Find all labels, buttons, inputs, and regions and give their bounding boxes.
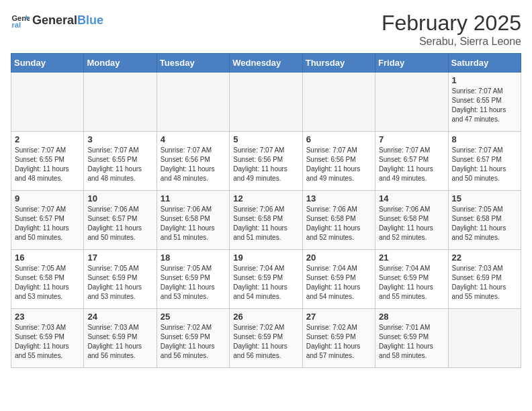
day-info: Sunrise: 7:06 AM Sunset: 6:58 PM Dayligh… (161, 205, 226, 242)
location-subtitle: Serabu, Sierra Leone (382, 36, 521, 48)
calendar-table: SundayMondayTuesdayWednesdayThursdayFrid… (11, 53, 521, 368)
day-info: Sunrise: 7:02 AM Sunset: 6:59 PM Dayligh… (161, 323, 226, 361)
day-info: Sunrise: 7:07 AM Sunset: 6:55 PM Dayligh… (87, 146, 152, 183)
logo-general: General (32, 13, 77, 28)
day-info: Sunrise: 7:07 AM Sunset: 6:56 PM Dayligh… (233, 146, 298, 183)
day-number: 3 (87, 134, 152, 144)
calendar-cell: 6Sunrise: 7:07 AM Sunset: 6:56 PM Daylig… (302, 132, 375, 191)
day-info: Sunrise: 7:07 AM Sunset: 6:57 PM Dayligh… (379, 146, 444, 183)
calendar-cell: 24Sunrise: 7:03 AM Sunset: 6:59 PM Dayli… (84, 309, 157, 368)
day-number: 8 (452, 134, 517, 144)
day-number: 1 (452, 75, 517, 85)
day-number: 28 (379, 312, 444, 322)
day-info: Sunrise: 7:02 AM Sunset: 6:59 PM Dayligh… (233, 323, 298, 361)
day-info: Sunrise: 7:04 AM Sunset: 6:59 PM Dayligh… (379, 264, 444, 302)
column-header-sunday: Sunday (11, 54, 84, 73)
calendar-cell (375, 73, 448, 132)
day-info: Sunrise: 7:03 AM Sunset: 6:59 PM Dayligh… (87, 323, 152, 361)
logo-icon: Gene ral (11, 11, 30, 30)
day-info: Sunrise: 7:07 AM Sunset: 6:57 PM Dayligh… (15, 205, 80, 242)
calendar-cell: 26Sunrise: 7:02 AM Sunset: 6:59 PM Dayli… (230, 309, 302, 368)
day-info: Sunrise: 7:07 AM Sunset: 6:55 PM Dayligh… (15, 146, 80, 183)
day-number: 19 (233, 253, 298, 263)
day-number: 21 (379, 253, 444, 263)
day-info: Sunrise: 7:07 AM Sunset: 6:56 PM Dayligh… (306, 146, 371, 183)
day-number: 9 (15, 193, 80, 203)
month-year-title: February 2025 (382, 11, 521, 36)
day-info: Sunrise: 7:03 AM Sunset: 6:59 PM Dayligh… (15, 323, 80, 361)
calendar-cell: 7Sunrise: 7:07 AM Sunset: 6:57 PM Daylig… (375, 132, 448, 191)
day-number: 27 (306, 312, 371, 322)
column-header-thursday: Thursday (302, 54, 375, 73)
day-info: Sunrise: 7:06 AM Sunset: 6:58 PM Dayligh… (306, 205, 371, 242)
day-number: 14 (379, 193, 444, 203)
day-number: 22 (452, 253, 517, 263)
calendar-cell: 10Sunrise: 7:06 AM Sunset: 6:57 PM Dayli… (84, 191, 157, 250)
calendar-cell: 2Sunrise: 7:07 AM Sunset: 6:55 PM Daylig… (11, 132, 84, 191)
day-number: 17 (87, 253, 152, 263)
day-number: 20 (306, 253, 371, 263)
day-info: Sunrise: 7:06 AM Sunset: 6:58 PM Dayligh… (379, 205, 444, 242)
calendar-cell: 25Sunrise: 7:02 AM Sunset: 6:59 PM Dayli… (157, 309, 229, 368)
calendar-cell: 11Sunrise: 7:06 AM Sunset: 6:58 PM Dayli… (157, 191, 229, 250)
day-number: 23 (15, 312, 80, 322)
calendar-cell: 3Sunrise: 7:07 AM Sunset: 6:55 PM Daylig… (84, 132, 157, 191)
day-info: Sunrise: 7:06 AM Sunset: 6:57 PM Dayligh… (87, 205, 152, 242)
logo: Gene ral GeneralBlue (11, 11, 103, 30)
calendar-cell: 1Sunrise: 7:07 AM Sunset: 6:55 PM Daylig… (448, 73, 521, 132)
calendar-cell (302, 73, 375, 132)
calendar-week-row: 16Sunrise: 7:05 AM Sunset: 6:58 PM Dayli… (11, 250, 521, 309)
calendar-cell: 27Sunrise: 7:02 AM Sunset: 6:59 PM Dayli… (302, 309, 375, 368)
day-number: 5 (233, 134, 298, 144)
calendar-cell: 4Sunrise: 7:07 AM Sunset: 6:56 PM Daylig… (157, 132, 229, 191)
logo-blue: Blue (77, 13, 103, 28)
day-info: Sunrise: 7:07 AM Sunset: 6:56 PM Dayligh… (161, 146, 226, 183)
day-info: Sunrise: 7:05 AM Sunset: 6:59 PM Dayligh… (161, 264, 226, 302)
logo-text: GeneralBlue (32, 13, 103, 28)
calendar-week-row: 23Sunrise: 7:03 AM Sunset: 6:59 PM Dayli… (11, 309, 521, 368)
day-info: Sunrise: 7:04 AM Sunset: 6:59 PM Dayligh… (233, 264, 298, 302)
calendar-cell: 8Sunrise: 7:07 AM Sunset: 6:57 PM Daylig… (448, 132, 521, 191)
column-header-friday: Friday (375, 54, 448, 73)
column-header-wednesday: Wednesday (230, 54, 302, 73)
day-info: Sunrise: 7:05 AM Sunset: 6:58 PM Dayligh… (15, 264, 80, 302)
calendar-cell: 15Sunrise: 7:05 AM Sunset: 6:58 PM Dayli… (448, 191, 521, 250)
day-info: Sunrise: 7:04 AM Sunset: 6:59 PM Dayligh… (306, 264, 371, 302)
calendar-cell: 14Sunrise: 7:06 AM Sunset: 6:58 PM Dayli… (375, 191, 448, 250)
calendar-cell: 16Sunrise: 7:05 AM Sunset: 6:58 PM Dayli… (11, 250, 84, 309)
calendar-cell (448, 309, 521, 368)
day-number: 10 (87, 193, 152, 203)
calendar-cell: 5Sunrise: 7:07 AM Sunset: 6:56 PM Daylig… (230, 132, 302, 191)
calendar-week-row: 2Sunrise: 7:07 AM Sunset: 6:55 PM Daylig… (11, 132, 521, 191)
day-info: Sunrise: 7:06 AM Sunset: 6:58 PM Dayligh… (233, 205, 298, 242)
day-info: Sunrise: 7:03 AM Sunset: 6:59 PM Dayligh… (452, 264, 517, 302)
calendar-cell (157, 73, 229, 132)
calendar-header-row: SundayMondayTuesdayWednesdayThursdayFrid… (11, 54, 521, 73)
day-number: 4 (161, 134, 226, 144)
day-number: 11 (161, 193, 226, 203)
page-header: Gene ral GeneralBlue February 2025 Serab… (11, 11, 521, 48)
column-header-monday: Monday (84, 54, 157, 73)
calendar-cell: 17Sunrise: 7:05 AM Sunset: 6:59 PM Dayli… (84, 250, 157, 309)
column-header-tuesday: Tuesday (157, 54, 229, 73)
svg-text:ral: ral (11, 21, 21, 29)
calendar-cell: 28Sunrise: 7:01 AM Sunset: 6:59 PM Dayli… (375, 309, 448, 368)
day-number: 7 (379, 134, 444, 144)
day-number: 2 (15, 134, 80, 144)
day-number: 16 (15, 253, 80, 263)
day-info: Sunrise: 7:05 AM Sunset: 6:58 PM Dayligh… (452, 205, 517, 242)
calendar-cell (84, 73, 157, 132)
title-block: February 2025 Serabu, Sierra Leone (382, 11, 521, 48)
calendar-cell: 18Sunrise: 7:05 AM Sunset: 6:59 PM Dayli… (157, 250, 229, 309)
day-number: 25 (161, 312, 226, 322)
day-info: Sunrise: 7:07 AM Sunset: 6:57 PM Dayligh… (452, 146, 517, 183)
calendar-cell: 13Sunrise: 7:06 AM Sunset: 6:58 PM Dayli… (302, 191, 375, 250)
day-info: Sunrise: 7:02 AM Sunset: 6:59 PM Dayligh… (306, 323, 371, 361)
day-number: 13 (306, 193, 371, 203)
day-number: 15 (452, 193, 517, 203)
day-number: 6 (306, 134, 371, 144)
day-number: 12 (233, 193, 298, 203)
calendar-week-row: 1Sunrise: 7:07 AM Sunset: 6:55 PM Daylig… (11, 73, 521, 132)
calendar-cell: 23Sunrise: 7:03 AM Sunset: 6:59 PM Dayli… (11, 309, 84, 368)
calendar-cell: 21Sunrise: 7:04 AM Sunset: 6:59 PM Dayli… (375, 250, 448, 309)
